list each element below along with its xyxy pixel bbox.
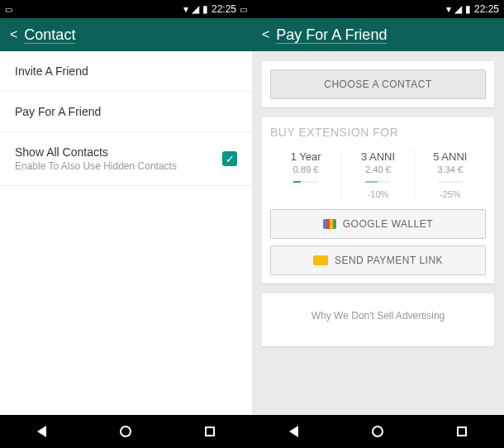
plan-5anni[interactable]: 5 ANNI 3.34 € -25% [414,149,486,201]
pay-for-friend-item[interactable]: Pay For A Friend [0,92,252,132]
nav-recent-icon[interactable] [457,427,467,436]
notification-icon: ▭ [5,5,12,14]
buy-extension-card: BUY EXTENSION FOR 1 Year 0.89 € 3 ANNI 2… [262,117,494,284]
choose-contact-card: CHOOSE A CONTACT [262,61,494,107]
plan-price: 3.34 € [438,164,464,174]
page-title: Contact [24,26,75,44]
plan-1year[interactable]: 1 Year 0.89 € [270,149,341,201]
wallet-icon [323,219,336,229]
list-item-label: Show All Contacts [15,145,177,159]
page-title: Pay For A Friend [276,26,387,44]
nav-back-icon[interactable] [37,426,46,437]
button-label: SEND PAYMENT LINK [335,255,443,266]
nav-recent-icon[interactable] [205,427,215,436]
plan-name: 1 Year [291,150,321,163]
plan-name: 3 ANNI [361,150,395,163]
header: < Contact [0,18,252,51]
signal-icon: ◢ [454,3,462,15]
header: < Pay For A Friend [252,18,504,51]
wifi-icon: ▾ [183,3,188,15]
nav-home-icon[interactable] [372,426,383,437]
mail-icon [313,255,328,265]
plan-price: 0.89 € [293,164,319,174]
advertising-card[interactable]: Why We Don't Sell Advertising [262,293,494,346]
plan-bar [293,181,318,183]
plan-bar [365,181,390,183]
left-screen: ▭ ▾ ◢ ▮ 22:25 ▭ < Contact Invite A Frien… [0,0,252,415]
show-all-contacts-item[interactable]: Show All Contacts Enable To Also Use Hid… [0,132,252,186]
list-item-label: Pay For A Friend [15,105,101,118]
choose-contact-button[interactable]: CHOOSE A CONTACT [270,69,486,99]
section-title: BUY EXTENSION FOR [270,126,486,139]
plan-name: 5 ANNI [433,150,467,163]
list-item-sublabel: Enable To Also Use Hidden Contacts [15,160,177,172]
google-wallet-button[interactable]: GOOGLE WALLET [270,209,486,239]
list-item-label: Invite A Friend [15,64,88,78]
plan-discount: -10% [368,189,389,199]
ad-text: Why We Don't Sell Advertising [270,302,486,338]
invite-friend-item[interactable]: Invite A Friend [0,51,252,92]
notification-icon: ▭ [240,5,247,14]
nav-home-icon[interactable] [120,426,131,437]
button-label: GOOGLE WALLET [343,218,433,230]
clock: 22:25 [212,3,236,15]
signal-icon: ◢ [192,3,199,15]
nav-back-icon[interactable] [289,426,298,437]
battery-icon: ▮ [465,3,471,15]
send-payment-link-button[interactable]: SEND PAYMENT LINK [270,245,486,275]
plan-discount: -25% [440,189,461,199]
status-bar: ▭ ▾ ◢ ▮ 22:25 ▭ [0,0,252,18]
nav-bar [0,415,504,448]
plan-price: 2.40 € [365,164,391,174]
status-bar: ▾ ◢ ▮ 22:25 [252,0,504,18]
back-icon[interactable]: < [262,27,269,42]
right-screen: ▾ ◢ ▮ 22:25 < Pay For A Friend CHOOSE A … [252,0,504,415]
button-label: CHOOSE A CONTACT [324,79,431,90]
clock: 22:25 [474,3,499,15]
plan-bar [438,181,463,183]
plan-3anni[interactable]: 3 ANNI 2.40 € -10% [341,149,413,201]
show-all-checkbox[interactable]: ✓ [222,151,237,166]
plans-row: 1 Year 0.89 € 3 ANNI 2.40 € -10% 5 ANNI … [270,149,486,201]
battery-icon: ▮ [202,3,208,15]
wifi-icon: ▾ [446,3,451,15]
back-icon[interactable]: < [10,27,17,42]
